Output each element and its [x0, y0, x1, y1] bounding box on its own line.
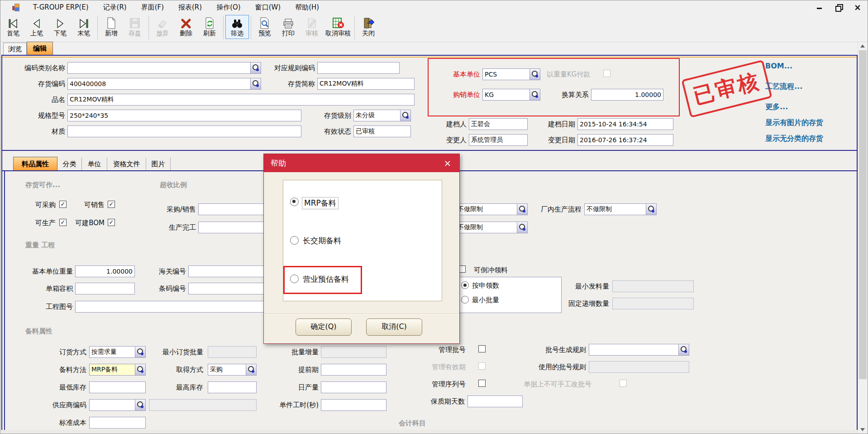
toolbar-print-button[interactable]: 打印 [277, 15, 300, 39]
restore-button[interactable] [835, 4, 842, 11]
rule-code-input[interactable] [318, 63, 399, 73]
tab-qualification-files[interactable]: 资格文件 [107, 158, 146, 170]
toolbar-next-button[interactable]: 下笔 [48, 15, 72, 39]
material-input[interactable] [68, 126, 301, 137]
can-sell-checkbox[interactable] [108, 201, 115, 208]
shelf-days-input[interactable] [468, 396, 522, 407]
toolbar-first-button[interactable]: 首笔 [1, 15, 25, 39]
item-name-input[interactable] [68, 94, 414, 105]
toolbar-filter-button[interactable]: 筛选 [225, 15, 249, 39]
lookup-icon[interactable] [400, 110, 410, 121]
lookup-icon[interactable] [135, 347, 145, 357]
order-mode-input[interactable] [90, 347, 135, 357]
lookup-icon[interactable] [135, 400, 145, 410]
lookup-icon[interactable] [517, 222, 527, 233]
toolbar-refresh-button[interactable]: 刷新 [198, 15, 221, 39]
code-category-input[interactable] [68, 63, 250, 73]
toolbar-abandon-button[interactable]: 放弃 [151, 15, 174, 39]
toolbar-save-button[interactable]: 存盘 [123, 15, 147, 39]
option-long-lead-label[interactable]: 长交期备料 [303, 236, 341, 246]
vertical-scrollbar[interactable] [858, 42, 868, 434]
manage-validity-checkbox[interactable] [478, 362, 486, 370]
toolbar-cancel-audit-button[interactable]: 取消审核 [324, 15, 353, 39]
menu-interface[interactable]: 界面(F) [134, 3, 171, 12]
tab-edit[interactable]: 编辑 [27, 42, 53, 55]
toolbar-audit-button[interactable]: 审核 [300, 15, 324, 39]
tab-item-attributes[interactable]: 料品属性 [13, 157, 57, 170]
item-code-input[interactable] [68, 78, 250, 89]
pay-by-weight-checkbox[interactable] [603, 70, 610, 77]
lookup-icon[interactable] [250, 78, 261, 89]
scroll-down-icon[interactable] [860, 428, 865, 431]
base-unit-input[interactable] [483, 69, 529, 80]
batch-rule-input[interactable] [589, 344, 678, 355]
std-cost-input[interactable] [90, 417, 145, 428]
toolbar-last-button[interactable]: 末笔 [72, 15, 95, 39]
menu-operation[interactable]: 操作(O) [209, 3, 248, 12]
link-more[interactable]: 更多... [765, 102, 788, 112]
option-sales-forecast-radio[interactable] [290, 275, 299, 283]
lead-time-input[interactable] [321, 364, 386, 375]
tab-classification[interactable]: 分类 [57, 158, 82, 170]
min-stock-input[interactable] [90, 382, 145, 393]
link-bom[interactable]: BOM... [765, 62, 792, 70]
menu-record[interactable]: 记录(R) [96, 3, 134, 12]
can-bom-checkbox[interactable] [108, 219, 115, 226]
lookup-icon[interactable] [250, 63, 261, 73]
scroll-up-icon[interactable] [860, 44, 865, 48]
tab-units[interactable]: 单位 [82, 158, 107, 170]
toolbar-preview-button[interactable]: 预览 [253, 15, 277, 39]
flow-restriction-input-1[interactable] [456, 204, 517, 215]
toolbar-new-button[interactable]: 新增 [100, 15, 123, 39]
option-mrp-label[interactable]: MRP备料 [302, 197, 339, 209]
menu-tgroup-erp[interactable]: T-GROUP ERP(E) [26, 3, 96, 11]
minimize-button[interactable] [816, 4, 823, 11]
menu-help[interactable]: 帮助(H) [288, 3, 326, 12]
spec-input[interactable] [68, 110, 301, 121]
no-manual-batch-checkbox[interactable] [620, 380, 627, 387]
lookup-icon[interactable] [246, 364, 256, 375]
issue-min-batch-radio[interactable] [461, 296, 469, 304]
daily-output-input[interactable] [321, 382, 386, 393]
unit-hours-input[interactable] [321, 400, 386, 410]
link-show-with-images[interactable]: 显示有图片的存货 [765, 118, 823, 128]
max-stock-input[interactable] [208, 382, 256, 393]
conversion-input[interactable] [591, 89, 663, 100]
dialog-close-icon[interactable]: × [441, 154, 454, 172]
link-show-unclassified[interactable]: 显示无分类的存货 [765, 134, 823, 144]
toolbar-prev-button[interactable]: 上笔 [25, 15, 48, 39]
lookup-icon[interactable] [678, 344, 689, 355]
manage-batch-checkbox[interactable] [478, 345, 486, 352]
toolbar-delete-button[interactable]: 删除 [174, 15, 198, 39]
can-purchase-checkbox[interactable] [59, 201, 67, 208]
dialog-cancel-button[interactable]: 取消(C) [366, 318, 422, 336]
base-weight-input[interactable] [76, 266, 134, 277]
link-process-flow[interactable]: 工艺流程... [765, 82, 802, 92]
tab-images[interactable]: 图片 [146, 158, 171, 170]
lookup-icon[interactable] [517, 204, 527, 215]
issue-by-request-radio[interactable] [461, 281, 469, 289]
acquire-mode-input[interactable] [208, 364, 246, 375]
inv-level-input[interactable] [354, 110, 400, 121]
scrollbar-thumb[interactable] [859, 50, 867, 379]
flow-restriction-input-2[interactable] [456, 222, 517, 233]
tab-browse[interactable]: 浏览 [3, 43, 27, 55]
lookup-icon[interactable] [135, 364, 145, 375]
lookup-icon[interactable] [529, 69, 540, 80]
lookup-icon[interactable] [529, 89, 540, 100]
box-volume-input[interactable] [76, 283, 134, 294]
option-mrp-radio[interactable] [290, 198, 299, 206]
dialog-ok-button[interactable]: 确定(Q) [296, 318, 352, 336]
supplier-code-input[interactable] [90, 400, 135, 410]
option-long-lead-radio[interactable] [290, 236, 299, 245]
trade-unit-input[interactable] [483, 89, 529, 100]
option-sales-forecast-label[interactable]: 营业预估备料 [303, 274, 349, 285]
menu-window[interactable]: 窗口(W) [248, 3, 288, 12]
lookup-icon[interactable] [646, 204, 656, 215]
menu-report[interactable]: 报表(R) [171, 3, 209, 12]
close-window-button[interactable]: × [854, 4, 861, 11]
can-produce-checkbox[interactable] [59, 219, 67, 226]
toolbar-close-button[interactable]: 关闭 [357, 15, 380, 39]
item-abbr-input[interactable] [318, 78, 414, 89]
manage-serial-checkbox[interactable] [478, 380, 486, 387]
